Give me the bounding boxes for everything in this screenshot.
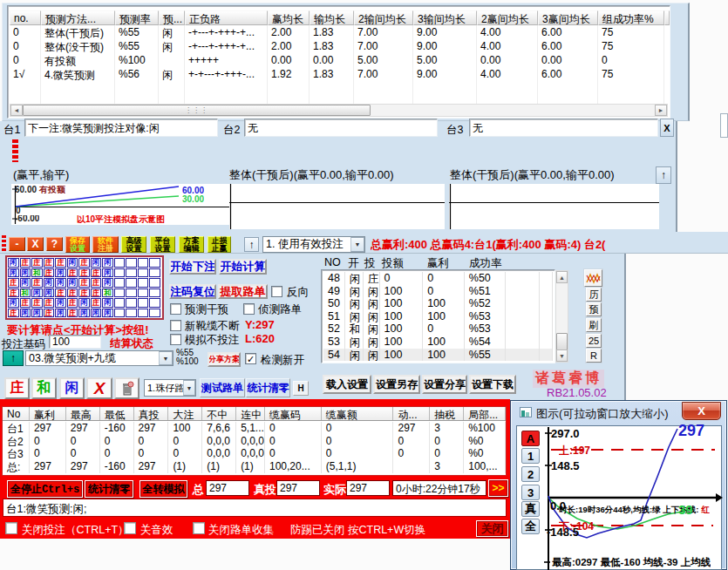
toolbar-grip-dots[interactable] bbox=[2, 235, 6, 251]
bead-cell[interactable]: 庄 bbox=[44, 268, 55, 278]
pred-column-header[interactable]: no. bbox=[10, 10, 41, 25]
close-button[interactable]: X bbox=[27, 237, 44, 251]
predict-intervene-checkbox[interactable] bbox=[170, 303, 181, 315]
status-line-field[interactable]: 台1:微笑预测:闲; bbox=[3, 499, 507, 517]
settings-button-1[interactable]: 载入设置 bbox=[323, 375, 371, 394]
round-row[interactable]: 51闲闲100100%53 bbox=[323, 310, 553, 323]
bead-cell[interactable] bbox=[149, 258, 160, 268]
platform-settings-button[interactable]: 平台设置 bbox=[150, 236, 175, 253]
vscroll-up-arrow-icon[interactable]: ▲ bbox=[556, 271, 568, 283]
bead-cell[interactable]: 庄 bbox=[31, 298, 43, 308]
bead-cell[interactable]: 庄 bbox=[8, 278, 19, 288]
banker-button[interactable]: 庄 bbox=[4, 377, 30, 399]
real-bet-input[interactable]: 297 bbox=[276, 480, 320, 496]
toolbar-up-button[interactable]: ↑ bbox=[244, 237, 259, 252]
bead-cell[interactable]: 闲 bbox=[67, 278, 78, 288]
vscroll-thumb[interactable] bbox=[556, 333, 568, 350]
bead-cell[interactable]: 庄 bbox=[67, 268, 78, 278]
bead-cell[interactable]: 闲 bbox=[8, 298, 19, 308]
bead-cell[interactable]: 闲 bbox=[8, 258, 19, 268]
bead-cell[interactable]: 闲 bbox=[102, 298, 113, 308]
round-row[interactable]: 52和闲1000%53 bbox=[323, 322, 553, 336]
desk1-input[interactable]: 下一注:微笑预测投注对像:闲 bbox=[24, 119, 218, 137]
round-row[interactable]: 50闲闲100100%52 bbox=[323, 297, 553, 310]
bead-cell[interactable]: 庄 bbox=[78, 278, 90, 288]
side-button-预[interactable]: 预 bbox=[586, 302, 602, 316]
round-row[interactable]: 48闲庄00%50 bbox=[323, 272, 553, 285]
pred-column-header[interactable]: 3赢间均长 bbox=[538, 10, 598, 25]
share-scheme-button[interactable]: 分享方案 bbox=[208, 352, 241, 367]
stop-all-button[interactable]: 全停止Ctrl+s bbox=[7, 480, 83, 498]
round-row[interactable]: 54闲闲100100%55 bbox=[323, 349, 553, 361]
player-button[interactable]: 闲 bbox=[59, 377, 85, 399]
stats-row[interactable]: 台3000000,0,00,0,00000%0 bbox=[3, 447, 506, 460]
bead-cell[interactable]: 闲 bbox=[31, 288, 43, 298]
delete-road-button[interactable]: X bbox=[86, 377, 112, 399]
side-button-历[interactable]: 历 bbox=[586, 288, 602, 302]
tie-button[interactable]: 和 bbox=[31, 377, 57, 399]
bead-cell[interactable] bbox=[138, 288, 149, 298]
bead-cell[interactable]: 庄 bbox=[55, 258, 66, 268]
total-input[interactable]: 297 bbox=[206, 480, 249, 496]
vscroll-down-arrow-icon[interactable]: ▼ bbox=[556, 349, 568, 362]
pred-column-header[interactable]: 预测率 bbox=[115, 10, 159, 25]
bead-cell[interactable] bbox=[126, 288, 137, 298]
bead-cell[interactable]: 庄 bbox=[31, 278, 43, 288]
round-row[interactable]: 53闲闲100100%54 bbox=[323, 336, 553, 349]
settings-button-2[interactable]: 设置另存 bbox=[373, 375, 420, 394]
pred-column-header[interactable]: 赢均长 bbox=[268, 10, 310, 25]
road-type-dropdown-icon[interactable]: ▼ bbox=[183, 380, 195, 396]
mute-checkbox[interactable] bbox=[124, 522, 136, 534]
bead-cell[interactable]: 和 bbox=[31, 268, 43, 278]
stats-row[interactable]: 台2000000,0,00,0,00000%0 bbox=[3, 435, 506, 448]
prediction-hscrollbar[interactable]: ◄ ⋮⋮⋮ ► bbox=[10, 104, 668, 117]
extract-road-button[interactable]: 提取路单 bbox=[218, 284, 268, 299]
desk2-input[interactable]: 无 bbox=[244, 119, 438, 137]
bead-cell[interactable] bbox=[126, 268, 137, 278]
bead-cell[interactable]: 庄 bbox=[67, 298, 78, 308]
road-type-select[interactable]: 1.珠仔路 ▼ bbox=[144, 379, 196, 397]
h-button[interactable]: H bbox=[293, 381, 309, 396]
bead-cell[interactable]: 庄 bbox=[8, 309, 19, 318]
bead-cell[interactable]: 闲 bbox=[91, 258, 102, 268]
round-table-vscrollbar[interactable]: ▲ ▼ bbox=[555, 270, 568, 363]
prediction-row[interactable]: 1√4.微笑预测%56闲+-+---+-+++-...1.921.837.009… bbox=[10, 67, 664, 81]
bead-cell[interactable]: 闲 bbox=[55, 309, 66, 318]
bead-cell[interactable]: 庄 bbox=[31, 258, 43, 268]
start-betting-button[interactable]: 开始下注 bbox=[169, 259, 216, 275]
side-button-刷[interactable]: 刷 bbox=[586, 318, 602, 332]
bead-cell[interactable]: 闲 bbox=[91, 309, 102, 318]
bead-cell[interactable]: 庄 bbox=[8, 288, 19, 298]
bet-mode-dropdown-icon[interactable]: ▼ bbox=[350, 237, 364, 252]
desk3-input[interactable]: 无 bbox=[469, 119, 658, 137]
pred-column-header[interactable]: 输均长 bbox=[310, 10, 354, 25]
bead-cell[interactable]: 庄 bbox=[20, 298, 31, 308]
bead-cell[interactable]: 闲 bbox=[102, 268, 113, 278]
bead-cell[interactable] bbox=[149, 288, 160, 298]
hscroll-left-arrow-icon[interactable]: ◄ bbox=[10, 105, 23, 116]
bead-cell[interactable] bbox=[114, 268, 126, 278]
close-panel-button[interactable]: 关闭 bbox=[476, 520, 508, 537]
advanced-settings-button[interactable]: 高级设置 bbox=[121, 236, 146, 253]
bead-cell[interactable]: 闲 bbox=[8, 268, 19, 278]
save-settings-button[interactable]: 保存 设置 bbox=[65, 236, 90, 253]
bead-cell[interactable] bbox=[138, 298, 149, 308]
bead-cell[interactable]: 闲 bbox=[55, 278, 66, 288]
stats-row[interactable]: 总:297297-160297(1)(1)(1)100,20...(5,1,1)… bbox=[3, 460, 506, 473]
bead-cell[interactable]: 庄 bbox=[67, 309, 78, 318]
desk-close-button[interactable]: X bbox=[660, 119, 674, 137]
sim-no-bet-checkbox[interactable] bbox=[170, 334, 181, 345]
new-shoe-checkbox[interactable] bbox=[170, 320, 181, 331]
bead-cell[interactable]: 庄 bbox=[20, 258, 31, 268]
bead-cell[interactable] bbox=[138, 278, 149, 288]
bead-cell[interactable]: 闲 bbox=[20, 278, 31, 288]
detect-new-checkbox[interactable]: ✓ bbox=[245, 353, 256, 364]
help-button[interactable]: ? bbox=[46, 237, 63, 251]
minimize-button[interactable]: - bbox=[9, 237, 25, 251]
prediction-row[interactable]: 0整体(没干预)%55闲-+---+-+++-+...2.001.837.009… bbox=[10, 39, 664, 53]
charts-up-button[interactable]: ↑ bbox=[656, 166, 671, 184]
settings-button-3[interactable]: 设置分享 bbox=[422, 375, 467, 394]
drag-grip-dots[interactable] bbox=[12, 139, 18, 162]
bead-cell[interactable]: 闲 bbox=[55, 298, 66, 308]
pred-column-header[interactable]: 正负路 bbox=[185, 10, 268, 25]
